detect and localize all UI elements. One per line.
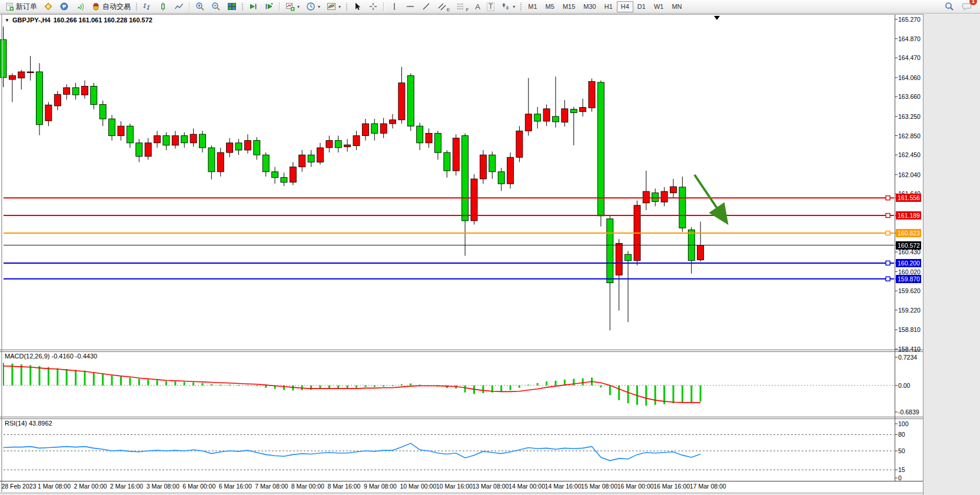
- toolbar-drag-handle[interactable]: [346, 2, 348, 11]
- time-axis-label: 1 Mar 08:00: [38, 483, 71, 490]
- indicators-button[interactable]: ▾: [283, 0, 303, 13]
- macd-rsi-splitter[interactable]: [0, 417, 923, 417]
- toolbar-drag-handle[interactable]: [241, 2, 244, 11]
- new-order-label: 新订单: [16, 2, 37, 12]
- rsi-axis-label: 15: [898, 466, 905, 473]
- price-badge: 161.189: [896, 211, 921, 220]
- templates-icon: [327, 2, 336, 11]
- trendline-tool-button[interactable]: [418, 0, 434, 13]
- toolbar-right-group: 1: [942, 0, 975, 13]
- crosshair-tool-button[interactable]: [366, 0, 381, 13]
- main-toolbar: 新订单 自动交易: [0, 0, 980, 14]
- main-macd-splitter-line: [0, 351, 923, 352]
- time-axis-label: 14 Mar 16:00: [545, 483, 582, 490]
- vertical-line-tool-button[interactable]: [387, 0, 402, 13]
- mt4-window: 新订单 自动交易: [0, 0, 980, 495]
- price-tick-label: 159.220: [898, 307, 921, 314]
- rsi-axis-label: 50: [898, 447, 905, 454]
- fibonacci-tool-button[interactable]: F: [453, 0, 471, 13]
- periods-button[interactable]: ▾: [303, 0, 323, 13]
- signals-button[interactable]: [72, 0, 88, 13]
- price-tick-label: 164.870: [898, 35, 921, 42]
- text-label-tool-button[interactable]: T: [484, 0, 497, 13]
- bar-chart-icon: [142, 2, 152, 11]
- time-axis-label: 16 Mar 16:00: [653, 483, 690, 490]
- time-axis-label: 10 Mar 00:00: [400, 483, 436, 490]
- toolbar-separator: [383, 2, 384, 11]
- community-button[interactable]: [57, 0, 72, 13]
- timeframe-button-MN[interactable]: MN: [667, 1, 686, 12]
- time-axis-label: 10 Mar 16:00: [436, 483, 473, 490]
- toolbar-drag-handle[interactable]: [135, 2, 138, 11]
- price-badge: 159.870: [896, 275, 921, 283]
- timeframe-button-M5[interactable]: M5: [542, 1, 559, 12]
- cursor-tool-button[interactable]: [350, 0, 365, 13]
- one-click-trading-toggle[interactable]: ▼: [5, 18, 9, 23]
- zoom-out-button[interactable]: [208, 0, 224, 13]
- chart-window-left-border: [1, 15, 2, 492]
- toolbar-drag-handle[interactable]: [520, 2, 522, 11]
- macd-rsi-splitter-line: [0, 418, 923, 419]
- macd-axis-label: -0.6839: [898, 408, 919, 416]
- timeframe-button-H4[interactable]: H4: [617, 1, 633, 12]
- indicators-dropdown-caret: ▾: [297, 4, 300, 9]
- price-tick-label: 160.430: [898, 248, 921, 255]
- rsi-indicator-label: RSI(14) 43.8962: [5, 420, 52, 427]
- text-tool-icon: A: [475, 2, 480, 11]
- time-axis-label: 2 Mar 16:00: [110, 483, 143, 490]
- line-chart-button[interactable]: [171, 0, 187, 13]
- text-label-tool-icon: T: [487, 2, 494, 11]
- horizontal-line-tool-button[interactable]: [403, 0, 418, 13]
- price-tick-label: 165.270: [898, 16, 921, 23]
- price-tick-label: 163.660: [898, 93, 921, 100]
- equidistant-channel-tool-button[interactable]: E: [434, 0, 453, 13]
- timeframe-button-H1[interactable]: H1: [600, 1, 617, 12]
- timeframe-button-D1[interactable]: D1: [633, 1, 650, 12]
- text-tool-button[interactable]: A: [472, 0, 483, 13]
- auto-scroll-button[interactable]: [245, 0, 261, 13]
- templates-button[interactable]: ▾: [324, 0, 344, 13]
- time-axis-label: 17 Mar 08:00: [690, 483, 726, 490]
- chart-canvas[interactable]: [0, 0, 980, 495]
- price-tick-label: 159.620: [898, 287, 921, 294]
- tile-windows-button[interactable]: [224, 0, 240, 13]
- price-tick-label: 158.810: [898, 326, 921, 333]
- notifications-button[interactable]: 1: [959, 0, 975, 13]
- search-icon: [945, 2, 954, 11]
- main-macd-splitter[interactable]: [0, 350, 923, 350]
- price-tick-label: 158.410: [898, 345, 921, 353]
- timeframe-button-M30[interactable]: M30: [579, 1, 600, 12]
- symbol-period-label: GBPJPY-,H4: [12, 16, 51, 24]
- time-axis-label: 6 Mar 00:00: [182, 483, 215, 490]
- clock-icon: [306, 2, 315, 11]
- autotrading-button[interactable]: 自动交易: [88, 0, 134, 13]
- chart-window-left-border-highlight: [2, 15, 3, 492]
- price-badge: 161.556: [896, 194, 921, 202]
- candlestick-chart-button[interactable]: [155, 0, 171, 13]
- toolbar-separator: [189, 2, 190, 11]
- zoom-in-button[interactable]: [192, 0, 208, 13]
- timeframe-group: M1M5M15M30H1H4D1W1MN: [524, 1, 686, 12]
- metaeditor-button[interactable]: [41, 0, 56, 13]
- price-tick-label: 162.040: [898, 171, 921, 178]
- fibo-letter: F: [466, 7, 469, 12]
- notification-count-badge: 1: [969, 0, 977, 5]
- time-axis-separator: [0, 481, 923, 481]
- macd-indicator-label: MACD(12,26,9) -0.4160 -0.4430: [5, 353, 97, 360]
- search-button[interactable]: [942, 0, 957, 13]
- toolbar-separator: [279, 2, 280, 11]
- bar-chart-button[interactable]: [139, 0, 155, 13]
- arrows-tool-button[interactable]: ▾: [498, 0, 518, 13]
- timeframe-button-M15[interactable]: M15: [559, 1, 579, 12]
- chart-shift-button[interactable]: [261, 0, 277, 13]
- zoom-out-icon: [211, 2, 221, 11]
- price-tick-label: 162.450: [898, 151, 921, 158]
- signals-icon: [75, 2, 85, 11]
- chart-shift-icon: [264, 2, 274, 11]
- price-badge: 160.572: [896, 241, 921, 250]
- new-order-button[interactable]: 新订单: [2, 0, 40, 13]
- timeframe-button-W1[interactable]: W1: [650, 1, 668, 12]
- line-chart-icon: [174, 2, 184, 11]
- new-order-icon: [5, 2, 14, 11]
- timeframe-button-M1[interactable]: M1: [524, 1, 541, 12]
